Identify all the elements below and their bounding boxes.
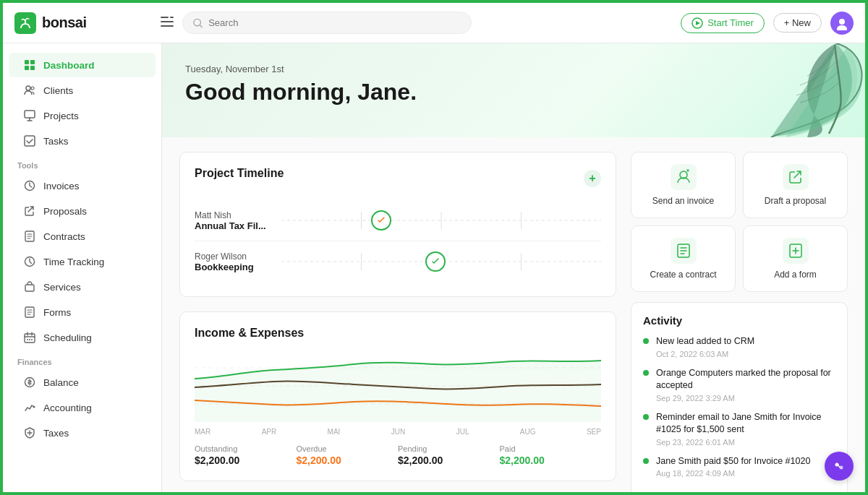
svg-point-20: [27, 339, 28, 340]
activity-card: Activity New lead added to CRM Oct 2, 20…: [631, 302, 848, 492]
activity-dot: [643, 370, 649, 376]
sidebar-item-services[interactable]: Services: [9, 275, 156, 299]
quick-action-draft-proposal[interactable]: Draft a proposal: [743, 152, 848, 218]
quick-action-send-invoice[interactable]: Send an invoice: [631, 152, 736, 218]
stat-overdue: Overdue $2,200.00: [297, 444, 399, 466]
sidebar-label-scheduling: Scheduling: [43, 332, 92, 343]
svg-rect-12: [25, 111, 35, 118]
clients-icon: [23, 84, 36, 97]
hamburger-button[interactable]: [161, 15, 174, 30]
activity-time: Sep 23, 2022 6:01 AM: [656, 438, 835, 447]
timeline-person-name: Roger Wilson: [195, 251, 281, 262]
sidebar-item-proposals[interactable]: Proposals: [9, 199, 156, 223]
sidebar-label-accounting: Accounting: [43, 403, 92, 413]
activity-dot: [643, 458, 649, 464]
svg-point-24: [33, 406, 35, 408]
activity-item-2: Reminder email to Jane Smith for Invoice…: [643, 411, 835, 447]
svg-point-5: [837, 25, 847, 30]
topbar: bonsai Start Timer: [3, 3, 865, 43]
tools-section-label: Tools: [3, 154, 161, 173]
timeline-add-button[interactable]: +: [584, 170, 601, 187]
search-icon: [193, 18, 203, 28]
search-input[interactable]: [208, 17, 461, 28]
timeline-row: Matt Nish Annual Tax Fil...: [195, 200, 601, 241]
timeline-task-name: Annual Tax Fil...: [195, 220, 281, 231]
finances-section-label: Finances: [3, 350, 161, 369]
sidebar-label-dashboard: Dashboard: [43, 60, 95, 71]
quick-action-add-form[interactable]: Add a form: [743, 225, 848, 292]
forms-icon: [23, 306, 36, 319]
sidebar-item-forms[interactable]: Forms: [9, 300, 156, 324]
sidebar-item-tasks[interactable]: Tasks: [9, 129, 156, 153]
sidebar-label-proposals: Proposals: [43, 206, 87, 217]
sidebar-item-projects[interactable]: Projects: [9, 103, 156, 128]
svg-rect-13: [25, 136, 35, 146]
scheduling-icon: [23, 331, 36, 344]
svg-rect-7: [30, 60, 35, 64]
start-timer-button[interactable]: Start Timer: [681, 13, 765, 33]
leaf-decoration: [749, 43, 865, 137]
quick-actions-grid: Send an invoice Draft a proposal: [631, 152, 848, 292]
chart-stats: Outstanding $2,200.00 Overdue $2,200.00 …: [195, 444, 601, 466]
income-chart: [195, 350, 601, 422]
logo-area: bonsai: [14, 12, 174, 34]
activity-time: Aug 18, 2022 4:09 AM: [656, 469, 810, 478]
sidebar-label-invoices: Invoices: [43, 181, 80, 191]
dashboard-content: Project Timeline + Matt Nish Annual Tax …: [162, 137, 865, 492]
income-title: Income & Expenses: [195, 327, 601, 340]
activity-time: Oct 2, 2022 6:03 AM: [656, 350, 754, 358]
chart-labels: MAR APR MAI JUN JUL AUG SEP: [195, 428, 601, 436]
sidebar-item-taxes[interactable]: Taxes: [9, 421, 156, 445]
income-expenses-card: Income & Expenses: [179, 311, 616, 481]
activity-text: Jane Smith paid $50 for Invoice #1020: [656, 455, 810, 468]
sidebar-label-projects: Projects: [43, 111, 79, 121]
contracts-icon: [23, 230, 36, 243]
sidebar-item-accounting[interactable]: Accounting: [9, 395, 156, 420]
sidebar-item-dashboard[interactable]: Dashboard: [9, 53, 156, 77]
sidebar-item-balance[interactable]: Balance: [9, 370, 156, 395]
avatar[interactable]: [830, 12, 854, 35]
new-button[interactable]: + New: [773, 13, 822, 33]
sidebar-item-clients[interactable]: Clients: [9, 78, 156, 103]
activity-time: Sep 29, 2022 3:29 AM: [656, 394, 835, 403]
svg-point-21: [29, 339, 30, 340]
sidebar-item-invoices[interactable]: Invoices: [9, 173, 156, 198]
timeline-header: Project Timeline +: [195, 167, 601, 190]
main-layout: Dashboard Clients: [3, 43, 865, 492]
svg-point-4: [839, 19, 845, 25]
timeline-bar-area-0: [281, 206, 601, 235]
svg-rect-8: [25, 66, 29, 70]
logo-text: bonsai: [42, 14, 86, 31]
activity-dot: [643, 338, 649, 344]
header-date: Tuesday, November 1st: [185, 64, 842, 74]
timeline-row: Roger Wilson Bookkeeping: [195, 241, 601, 282]
timeline-info: Roger Wilson Bookkeeping: [195, 251, 281, 272]
form-add-icon: [783, 238, 809, 264]
search-bar[interactable]: [182, 12, 472, 34]
sidebar-label-forms: Forms: [43, 307, 71, 318]
activity-item-3: Jane Smith paid $50 for Invoice #1020 Au…: [643, 455, 835, 478]
timeline-title: Project Timeline: [195, 167, 284, 180]
right-column: Send an invoice Draft a proposal: [631, 152, 848, 492]
activity-text: Orange Computers marked the proposal for…: [656, 367, 835, 392]
svg-rect-19: [25, 334, 35, 343]
stat-paid: Paid $2,200.00: [500, 444, 602, 466]
sidebar-item-scheduling[interactable]: Scheduling: [9, 325, 156, 350]
svg-marker-3: [696, 21, 700, 25]
services-icon: [23, 280, 36, 293]
timeline-lines: [281, 206, 601, 235]
activity-title: Activity: [643, 314, 835, 327]
svg-point-22: [31, 339, 33, 340]
sidebar-label-balance: Balance: [43, 377, 79, 388]
bonsai-logo-icon: [14, 12, 36, 34]
timeline-marker-0[interactable]: [371, 210, 391, 231]
quick-action-create-contract[interactable]: Create a contract: [631, 225, 736, 292]
balance-icon: [23, 376, 36, 389]
support-fab[interactable]: [825, 452, 854, 481]
timeline-person-name: Matt Nish: [195, 210, 281, 220]
sidebar-item-contracts[interactable]: Contracts: [9, 224, 156, 249]
invoice-send-icon: [671, 164, 697, 190]
proposals-icon: [23, 205, 36, 218]
timeline-marker-1[interactable]: [425, 251, 446, 272]
sidebar-item-time-tracking[interactable]: Time Tracking: [9, 249, 156, 274]
